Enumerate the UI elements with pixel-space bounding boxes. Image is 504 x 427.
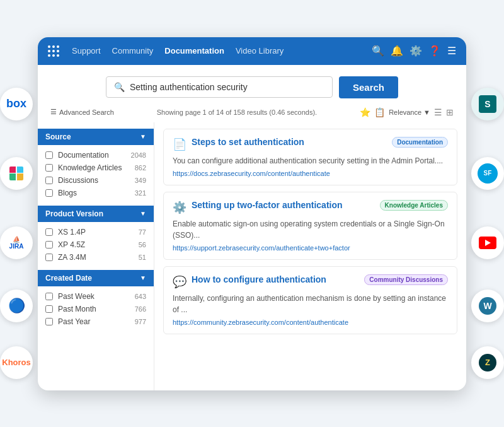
checkbox-discussions[interactable] bbox=[45, 177, 53, 184]
checkbox-past-month[interactable] bbox=[45, 305, 53, 313]
documentation-count: 2048 bbox=[131, 151, 146, 159]
relevance-selector[interactable]: Relevance ▼ bbox=[389, 108, 430, 116]
filter-section-created-date: Created Date ▼ Past Week 643 Past Month … bbox=[38, 270, 154, 332]
documentation-label: Documentation bbox=[58, 151, 126, 160]
discussions-label: Discussions bbox=[58, 176, 130, 185]
results-actions: ⭐ 📋 Relevance ▼ ☰ ⊞ bbox=[360, 107, 454, 117]
logo-sharepoint: S bbox=[471, 88, 504, 120]
knowledge-articles-count: 862 bbox=[135, 164, 146, 172]
filter-past-year: Past Year 977 bbox=[38, 315, 154, 328]
blogs-label: Blogs bbox=[58, 189, 130, 197]
search-icon[interactable]: 🔍 bbox=[372, 45, 384, 57]
relevance-chevron-icon: ▼ bbox=[423, 108, 430, 116]
source-chevron-icon: ▼ bbox=[140, 133, 146, 140]
results-bar: ☰ Advanced Search Showing page 1 of 14 o… bbox=[38, 105, 466, 122]
result-1-icon: 📄 bbox=[173, 137, 186, 151]
result-3-title[interactable]: How to configure authentication bbox=[192, 274, 359, 284]
filter-za34m: ZA 3.4M 51 bbox=[38, 251, 154, 264]
search-input[interactable] bbox=[130, 82, 324, 92]
checkbox-past-week[interactable] bbox=[45, 293, 53, 300]
past-month-label: Past Month bbox=[58, 305, 130, 313]
result-3-badge: Community Discussions bbox=[364, 274, 448, 285]
product-version-label: Product Version bbox=[45, 209, 103, 218]
nav-video-library[interactable]: Video Library bbox=[236, 46, 284, 56]
checkbox-za34m[interactable] bbox=[45, 254, 53, 261]
past-week-count: 643 bbox=[135, 293, 146, 300]
search-inner-icon: 🔍 bbox=[114, 82, 125, 92]
search-button[interactable]: Search bbox=[339, 76, 398, 98]
logo-salesforce: SF bbox=[471, 157, 504, 190]
past-year-count: 977 bbox=[135, 318, 146, 325]
result-1-title-row: 📄 Steps to set authentication Documentat… bbox=[173, 137, 448, 151]
result-2-title[interactable]: Setting up two-factor authentication bbox=[192, 200, 375, 210]
checkbox-blogs[interactable] bbox=[45, 189, 53, 197]
result-card-1: 📄 Steps to set authentication Documentat… bbox=[163, 129, 457, 185]
checkbox-xs14p[interactable] bbox=[45, 228, 53, 236]
filter-header-source[interactable]: Source ▼ bbox=[38, 129, 154, 145]
product-version-filter-items: XS 1.4P 77 XP 4.5Z 56 ZA 3.4M 51 bbox=[38, 222, 154, 267]
nav-icons: 🔍 🔔 ⚙️ ❓ ☰ bbox=[372, 45, 456, 57]
result-2-icon: ⚙️ bbox=[173, 201, 186, 214]
logo-wordpress: W bbox=[471, 290, 504, 322]
product-version-chevron-icon: ▼ bbox=[140, 210, 146, 217]
result-1-title[interactable]: Steps to set authentication bbox=[192, 137, 387, 147]
copy-icon[interactable]: 📋 bbox=[374, 107, 385, 117]
main-panel: Support Community Documentation Video Li… bbox=[38, 37, 466, 390]
checkbox-knowledge-articles[interactable] bbox=[45, 164, 53, 172]
logo-jira: ⛵JIRA bbox=[0, 226, 33, 259]
advanced-search[interactable]: ☰ Advanced Search bbox=[50, 108, 114, 116]
logo-youtube bbox=[471, 226, 504, 259]
xp45z-label: XP 4.5Z bbox=[58, 240, 134, 249]
sidebar-filters: Source ▼ Documentation 2048 Knowledge Ar… bbox=[38, 122, 154, 390]
result-card-2: ⚙️ Setting up two-factor authentication … bbox=[163, 192, 457, 260]
nav-community[interactable]: Community bbox=[112, 46, 154, 56]
result-1-badge: Documentation bbox=[392, 137, 448, 148]
logo-khoros: Khoros bbox=[0, 346, 33, 379]
results-count-text: Showing page 1 of 14 of 158 results (0.4… bbox=[119, 108, 355, 116]
gear-icon[interactable]: ⚙️ bbox=[410, 45, 422, 57]
nav-support[interactable]: Support bbox=[72, 46, 101, 56]
result-2-description: Enable automatic sign-on using operating… bbox=[173, 218, 448, 241]
checkbox-documentation[interactable] bbox=[45, 151, 53, 159]
result-3-url[interactable]: https://community.zebrasecurity.com/cont… bbox=[173, 319, 448, 326]
source-filter-items: Documentation 2048 Knowledge Articles 86… bbox=[38, 145, 154, 203]
za34m-label: ZA 3.4M bbox=[58, 253, 134, 262]
advanced-search-label[interactable]: Advanced Search bbox=[59, 108, 114, 116]
created-date-chevron-icon: ▼ bbox=[140, 274, 146, 281]
navbar: Support Community Documentation Video Li… bbox=[38, 37, 466, 65]
filter-past-month: Past Month 766 bbox=[38, 303, 154, 315]
filter-header-created-date[interactable]: Created Date ▼ bbox=[38, 270, 154, 286]
logo-box: box bbox=[0, 88, 33, 120]
filter-section-product-version: Product Version ▼ XS 1.4P 77 XP 4.5Z 56 bbox=[38, 206, 154, 267]
past-month-count: 766 bbox=[135, 305, 146, 313]
past-week-label: Past Week bbox=[58, 292, 130, 301]
result-card-3: 💬 How to configure authentication Commun… bbox=[163, 266, 457, 334]
star-icon[interactable]: ⭐ bbox=[360, 107, 370, 117]
created-date-label: Created Date bbox=[45, 274, 92, 283]
relevance-label: Relevance bbox=[389, 108, 421, 116]
filter-header-product-version[interactable]: Product Version ▼ bbox=[38, 206, 154, 222]
results-panel: 📄 Steps to set authentication Documentat… bbox=[154, 122, 466, 390]
filter-section-source: Source ▼ Documentation 2048 Knowledge Ar… bbox=[38, 129, 154, 203]
filter-xp45z: XP 4.5Z 56 bbox=[38, 238, 154, 251]
result-2-title-row: ⚙️ Setting up two-factor authentication … bbox=[173, 200, 448, 214]
checkbox-past-year[interactable] bbox=[45, 318, 53, 325]
menu-icon[interactable]: ☰ bbox=[447, 45, 456, 57]
bell-icon[interactable]: 🔔 bbox=[391, 45, 403, 57]
grid-icon[interactable] bbox=[48, 45, 59, 57]
result-2-url[interactable]: https://support.zebrasecurity.com/authen… bbox=[173, 244, 448, 252]
filter-past-week: Past Week 643 bbox=[38, 290, 154, 303]
help-icon[interactable]: ❓ bbox=[428, 45, 441, 57]
result-1-url[interactable]: https://docs.zebrasecurity.com/content/a… bbox=[173, 170, 448, 177]
grid-view-icon[interactable]: ⊞ bbox=[446, 107, 454, 117]
blogs-count: 321 bbox=[135, 189, 146, 197]
logo-zendesk: Z bbox=[471, 346, 504, 379]
filter-knowledge-articles: Knowledge Articles 862 bbox=[38, 161, 154, 174]
checkbox-xp45z[interactable] bbox=[45, 241, 53, 249]
result-3-description: Internally, configuring an authenticatio… bbox=[173, 293, 448, 315]
list-view-icon[interactable]: ☰ bbox=[434, 107, 442, 117]
nav-documentation[interactable]: Documentation bbox=[164, 46, 224, 56]
discussions-count: 349 bbox=[135, 177, 146, 184]
result-3-title-row: 💬 How to configure authentication Commun… bbox=[173, 274, 448, 289]
filter-icon: ☰ bbox=[50, 108, 57, 116]
